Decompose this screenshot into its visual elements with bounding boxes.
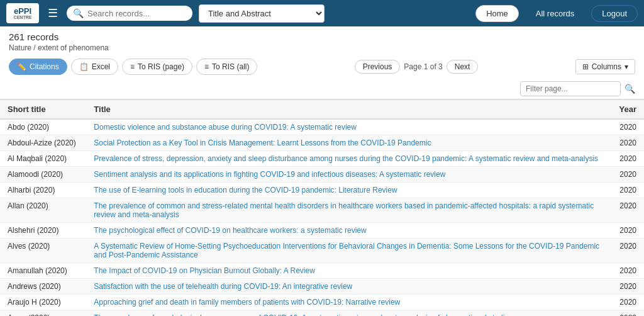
ris-page-button[interactable]: ≡ To RIS (page)	[122, 59, 192, 75]
title-link[interactable]: Sentiment analysis and its applications …	[94, 170, 445, 179]
columns-button[interactable]: ⊞ Columns ▾	[575, 59, 635, 74]
search-box: 🔍	[67, 6, 192, 21]
ris-page-label: To RIS (page)	[138, 62, 184, 71]
title-link[interactable]: The Impact of COVID-19 on Physician Burn…	[94, 266, 315, 275]
filter-label: Nature / extent of phenomena	[9, 43, 109, 52]
cell-short-title: Arora (2020)	[0, 310, 86, 317]
title-link[interactable]: The prevalence of common and stress-rela…	[94, 201, 594, 219]
columns-label: Columns	[592, 62, 621, 71]
pencil-icon: ✏️	[17, 62, 26, 71]
title-link[interactable]: A Systematic Review of Home-Setting Psyc…	[94, 242, 599, 259]
title-link[interactable]: Prevalence of stress, depression, anxiet…	[94, 154, 598, 163]
cell-year: 2020	[612, 279, 645, 295]
table-header-row: Short title Title Year	[0, 100, 644, 120]
table-row: Araujo H (2020)Approaching grief and dea…	[0, 295, 644, 310]
logo-centre-text: CENTRE	[14, 15, 32, 20]
col-header-year: Year	[612, 100, 645, 120]
all-records-button[interactable]: All records	[525, 5, 585, 22]
cell-title: Approaching grief and death in family me…	[86, 295, 611, 310]
home-button[interactable]: Home	[475, 5, 519, 22]
filter-page-input[interactable]	[520, 81, 621, 96]
cell-year: 2020	[612, 295, 645, 310]
columns-chevron-icon: ▾	[625, 62, 628, 71]
cell-short-title: Araujo H (2020)	[0, 295, 86, 310]
table-row: Alharbi (2020)The use of E-learning tool…	[0, 183, 644, 198]
citations-button[interactable]: ✏️ Citations	[9, 59, 67, 75]
next-button[interactable]: Next	[447, 60, 479, 74]
records-count: 261 records	[9, 31, 58, 42]
col-header-short-title: Short title	[0, 100, 86, 120]
table-row: Alves (2020)A Systematic Review of Home-…	[0, 239, 644, 263]
table-row: Alamoodi (2020)Sentiment analysis and it…	[0, 167, 644, 183]
ris-page-icon: ≡	[130, 62, 135, 71]
cell-year: 2020	[612, 310, 645, 317]
excel-button[interactable]: 📋 Excel	[71, 59, 118, 75]
hamburger-button[interactable]: ☰	[45, 4, 60, 23]
cell-short-title: Alharbi (2020)	[0, 183, 86, 198]
cell-title: Domestic violence and substance abuse du…	[86, 119, 611, 135]
title-link[interactable]: The psychological effect of COVID-19 on …	[94, 226, 366, 235]
cell-short-title: Abdoul-Azize (2020)	[0, 135, 86, 151]
page-navigation: Previous Page 1 of 3 Next	[355, 60, 479, 74]
toolbar-row-2: 🔍	[0, 79, 644, 99]
table-row: Al Maqbali (2020)Prevalence of stress, d…	[0, 151, 644, 167]
logo: ePPI CENTRE	[6, 3, 39, 23]
search-scope-select[interactable]: Title and Abstract Title Abstract All fi…	[199, 4, 325, 23]
table-row: Arora (2020)The prevalence of psychologi…	[0, 310, 644, 317]
cell-title: Satisfaction with the use of telehealth …	[86, 279, 611, 295]
col-header-title: Title	[86, 100, 611, 120]
table-row: Abdo (2020)Domestic violence and substan…	[0, 119, 644, 135]
citations-label: Citations	[30, 62, 59, 71]
excel-label: Excel	[92, 62, 110, 71]
cell-year: 2020	[612, 239, 645, 263]
records-table: Short title Title Year Abdo (2020)Domest…	[0, 99, 644, 316]
toolbar-row-1: ✏️ Citations 📋 Excel ≡ To RIS (page) ≡ T…	[0, 55, 644, 79]
cell-title: Social Protection as a Key Tool in Crisi…	[86, 135, 611, 151]
cell-title: The Impact of COVID-19 on Physician Burn…	[86, 263, 611, 279]
cell-short-title: Alshehri (2020)	[0, 223, 86, 239]
cell-title: The use of E-learning tools in education…	[86, 183, 611, 198]
search-input[interactable]	[87, 9, 186, 18]
table-row: Abdoul-Azize (2020)Social Protection as …	[0, 135, 644, 151]
cell-short-title: Amanullah (2020)	[0, 263, 86, 279]
cell-short-title: Al Maqbali (2020)	[0, 151, 86, 167]
ris-all-label: To RIS (all)	[212, 62, 249, 71]
cell-title: Sentiment analysis and its applications …	[86, 167, 611, 183]
cell-year: 2020	[612, 198, 645, 223]
table-row: Andrews (2020)Satisfaction with the use …	[0, 279, 644, 295]
cell-short-title: Allan (2020)	[0, 198, 86, 223]
title-link[interactable]: Approaching grief and death in family me…	[94, 298, 400, 307]
subheader: 261 records Nature / extent of phenomena	[0, 26, 644, 55]
columns-icon: ⊞	[582, 62, 589, 71]
ris-all-button[interactable]: ≡ To RIS (all)	[196, 59, 257, 75]
cell-short-title: Andrews (2020)	[0, 279, 86, 295]
cell-title: The prevalence of common and stress-rela…	[86, 198, 611, 223]
title-link[interactable]: Satisfaction with the use of telehealth …	[94, 282, 352, 291]
toolbar-left: ✏️ Citations 📋 Excel ≡ To RIS (page) ≡ T…	[9, 59, 257, 75]
cell-short-title: Abdo (2020)	[0, 119, 86, 135]
cell-title: The psychological effect of COVID-19 on …	[86, 223, 611, 239]
title-link[interactable]: The use of E-learning tools in education…	[94, 186, 397, 195]
title-link[interactable]: Social Protection as a Key Tool in Crisi…	[94, 138, 431, 147]
toolbar-right: ⊞ Columns ▾	[575, 59, 635, 74]
table-row: Amanullah (2020)The Impact of COVID-19 o…	[0, 263, 644, 279]
previous-button[interactable]: Previous	[355, 60, 401, 74]
toolbar-row2-right: 🔍	[520, 81, 635, 96]
cell-year: 2020	[612, 119, 645, 135]
table-row: Allan (2020)The prevalence of common and…	[0, 198, 644, 223]
filter-search-icon: 🔍	[625, 84, 635, 94]
cell-title: Prevalence of stress, depression, anxiet…	[86, 151, 611, 167]
cell-year: 2020	[612, 183, 645, 198]
cell-title: A Systematic Review of Home-Setting Psyc…	[86, 239, 611, 263]
logo-eppi-text: ePPI	[14, 7, 32, 15]
cell-year: 2020	[612, 223, 645, 239]
app-header: ePPI CENTRE ☰ 🔍 Title and Abstract Title…	[0, 0, 644, 26]
cell-year: 2020	[612, 167, 645, 183]
title-link[interactable]: The prevalence of psychological conseque…	[94, 313, 513, 316]
cell-year: 2020	[612, 135, 645, 151]
logout-button[interactable]: Logout	[591, 5, 638, 22]
page-info: Page 1 of 3	[404, 62, 442, 71]
title-link[interactable]: Domestic violence and substance abuse du…	[94, 123, 357, 132]
table-row: Alshehri (2020)The psychological effect …	[0, 223, 644, 239]
cell-year: 2020	[612, 263, 645, 279]
